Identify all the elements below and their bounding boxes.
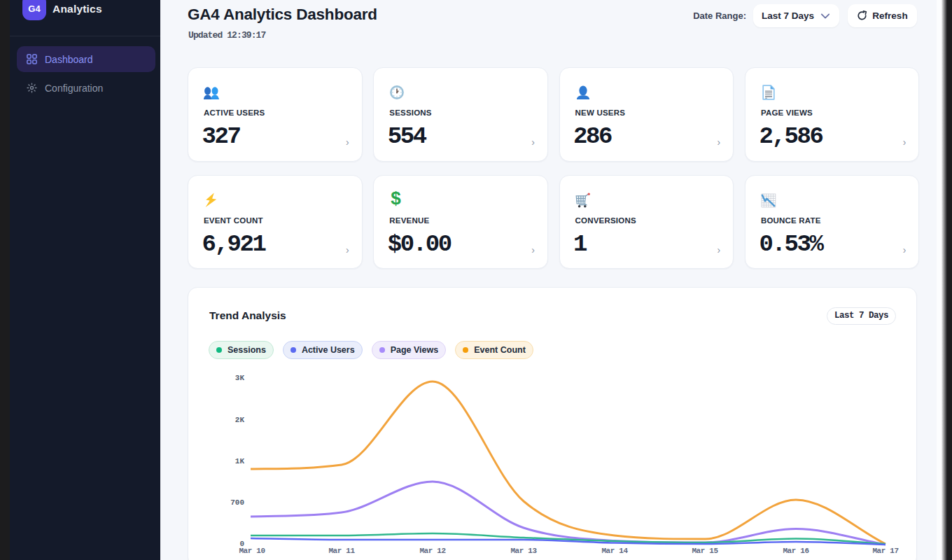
svg-text:Mar 13: Mar 13 [510,547,537,555]
svg-text:Mar 17: Mar 17 [872,547,898,555]
svg-text:1K: 1K [235,457,245,465]
svg-text:Mar 10: Mar 10 [239,547,265,555]
svg-text:Mar 14: Mar 14 [601,547,628,555]
svg-text:700: 700 [230,498,244,507]
svg-text:2K: 2K [235,416,245,424]
svg-text:Mar 15: Mar 15 [692,547,718,555]
svg-text:Mar 16: Mar 16 [783,547,808,555]
svg-text:Mar 11: Mar 11 [328,547,355,555]
svg-text:Mar 12: Mar 12 [419,547,445,555]
svg-text:3K: 3K [235,374,245,382]
